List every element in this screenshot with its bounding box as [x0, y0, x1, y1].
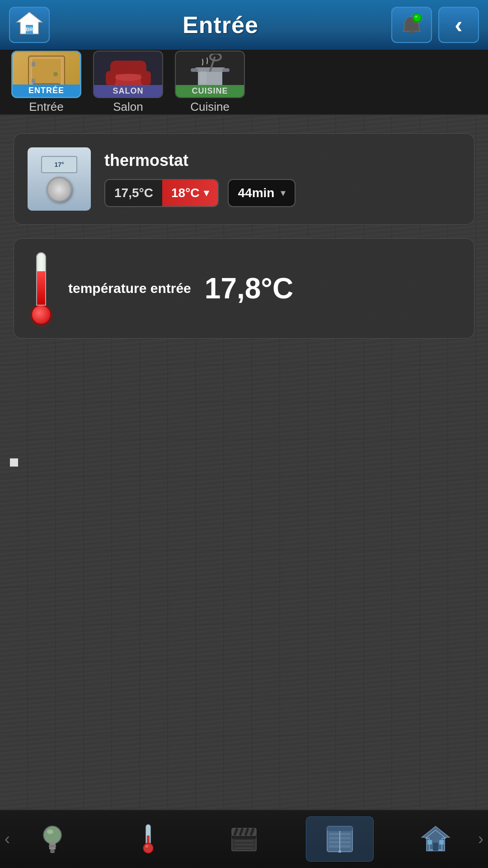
thermostat-controls: 17,5°C 18°C ▾ 44min ▾ [104, 179, 460, 207]
alarm-button[interactable] [391, 7, 432, 43]
thermostat-screen-display: 17° [41, 156, 77, 173]
timer-selector[interactable]: 44min ▾ [228, 179, 296, 207]
thermostat-image: 17° [28, 147, 91, 211]
thermometer-icon [140, 823, 157, 855]
tab-salon-icon: SALON [93, 51, 163, 98]
target-temp[interactable]: 18°C ▾ [162, 180, 218, 206]
thermometer-graphic [28, 252, 55, 325]
tab-entree-label: Entrée [29, 100, 64, 114]
svg-rect-3 [409, 31, 414, 34]
svg-text:BR: BR [26, 27, 33, 32]
svg-rect-37 [147, 835, 150, 844]
svg-rect-34 [50, 849, 55, 853]
house-br-icon: BR [16, 10, 43, 39]
temp-sensor-value: 17,8°C [205, 272, 293, 305]
svg-rect-62 [439, 840, 444, 844]
svg-rect-31 [49, 843, 56, 845]
svg-rect-17 [106, 71, 116, 85]
temp-chevron-icon: ▾ [204, 187, 209, 199]
tab-salon[interactable]: SALON Salon [91, 51, 165, 114]
thermostat-dial [47, 177, 72, 202]
header: BR Entrée ‹ [0, 0, 488, 50]
bottom-nav-cinema[interactable] [210, 816, 278, 862]
current-temp: 17,5°C [105, 180, 162, 206]
svg-point-29 [43, 826, 61, 844]
svg-point-39 [145, 845, 148, 848]
thermostat-screen-text: 17° [54, 161, 64, 168]
svg-rect-14 [32, 79, 35, 83]
tab-entree-badge: ENTRÉE [13, 85, 80, 97]
svg-point-5 [415, 16, 418, 18]
svg-rect-18 [141, 71, 151, 85]
home-icon [421, 825, 450, 854]
thermo-fill [37, 271, 45, 305]
svg-rect-51 [327, 826, 352, 831]
svg-rect-60 [433, 843, 438, 851]
svg-rect-28 [200, 71, 206, 84]
svg-point-30 [47, 830, 53, 834]
temp-selector[interactable]: 17,5°C 18°C ▾ [104, 179, 219, 207]
main-content: 17° thermostat 17,5°C 18°C ▾ 44mi [0, 115, 488, 809]
svg-point-27 [210, 54, 221, 61]
bottom-next-arrow[interactable]: › [478, 830, 483, 849]
target-temp-value: 18°C [171, 186, 200, 200]
thermostat-info: thermostat 17,5°C 18°C ▾ 44min ▾ [104, 151, 460, 207]
header-actions: ‹ [391, 7, 479, 43]
bottom-nav-home[interactable] [402, 816, 469, 862]
temp-sensor-info: température entrée 17,8°C [68, 272, 460, 305]
tab-salon-label: Salon [113, 100, 143, 114]
home-logo-button[interactable]: BR [9, 7, 50, 43]
tab-entree[interactable]: WELCOME ENTRÉE Entrée [9, 51, 84, 114]
svg-rect-33 [49, 847, 56, 849]
tab-cuisine-label: Cuisine [190, 100, 230, 114]
thermo-bulb [31, 305, 51, 325]
thermostat-card: 17° thermostat 17,5°C 18°C ▾ 44mi [14, 133, 474, 225]
svg-rect-61 [427, 840, 432, 844]
svg-point-38 [143, 843, 153, 853]
page-indicator-dot [10, 458, 18, 467]
temperature-sensor-card: température entrée 17,8°C [14, 238, 474, 339]
blinds-icon [325, 826, 354, 853]
bottom-nav-thermometer[interactable] [114, 816, 182, 862]
alarm-icon-wrapper [400, 13, 423, 37]
tab-entree-icon: WELCOME ENTRÉE [11, 51, 81, 98]
light-bulb-icon [40, 824, 65, 854]
back-button[interactable]: ‹ [438, 7, 479, 43]
bottom-nav-blinds[interactable] [306, 816, 374, 862]
svg-rect-32 [49, 845, 56, 847]
temp-sensor-label: température entrée [68, 281, 191, 296]
cinema-clapper-icon [230, 826, 258, 852]
tab-salon-badge: SALON [94, 85, 162, 97]
bottom-nav-lights[interactable] [19, 816, 86, 862]
tab-cuisine-badge: CUISINE [176, 85, 244, 97]
svg-point-10 [53, 72, 58, 76]
svg-rect-24 [191, 68, 198, 72]
tab-cuisine-icon: CUISINE [175, 51, 245, 98]
svg-rect-13 [32, 62, 35, 66]
page-title: Entrée [183, 11, 258, 38]
svg-point-4 [413, 14, 421, 22]
bottom-prev-arrow[interactable]: ‹ [5, 830, 10, 849]
svg-point-21 [115, 74, 142, 81]
timer-chevron-icon: ▾ [281, 187, 286, 199]
timer-value: 44min [238, 186, 274, 200]
tab-cuisine[interactable]: CUISINE Cuisine [173, 51, 247, 114]
thermostat-title: thermostat [104, 151, 460, 170]
svg-rect-25 [222, 68, 230, 72]
back-arrow-icon: ‹ [455, 11, 462, 38]
thermo-tube [36, 252, 46, 306]
room-tabs: WELCOME ENTRÉE Entrée [0, 50, 488, 115]
bottom-navigation: ‹ [0, 809, 488, 868]
